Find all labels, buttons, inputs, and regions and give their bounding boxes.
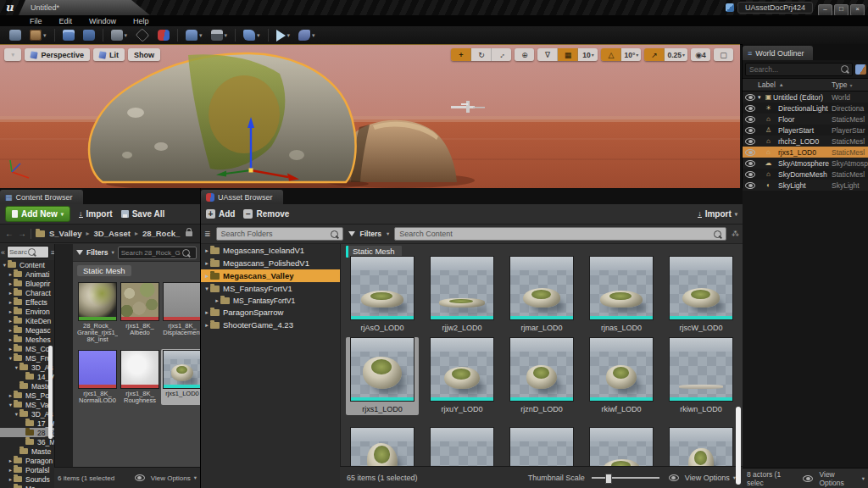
breadcrumb-item[interactable]: S_Valley xyxy=(49,229,82,238)
breadcrumb-item[interactable]: 3D_Asset xyxy=(94,229,131,238)
back-button[interactable]: ← xyxy=(5,229,14,238)
asset-card[interactable]: rjznD_LOD0 xyxy=(505,337,578,415)
assets-search-input[interactable]: Search 28_Rock_G xyxy=(118,247,197,259)
uasset-folder-item[interactable]: ▸ShooterGame_4.23 xyxy=(201,319,340,331)
toolbar-launch-button[interactable]: ▾ xyxy=(294,27,320,43)
content-tree-item[interactable]: ▸Meshes xyxy=(0,335,54,344)
maximize-button[interactable]: □ xyxy=(834,4,849,16)
sources-divider[interactable] xyxy=(54,244,75,488)
uasset-filters-button[interactable]: Filters xyxy=(360,230,382,238)
toolbar-uasset-button[interactable] xyxy=(153,27,174,43)
grid-snap-value-button[interactable]: 10▾ xyxy=(578,48,598,61)
outliner-row[interactable]: ⌂rjxs1_LOD0StaticMesl xyxy=(743,147,868,158)
outliner-row[interactable]: ◐SkyLightSkyLight xyxy=(743,180,868,191)
toolbar-content-button[interactable] xyxy=(58,27,79,43)
view-mode-button[interactable]: Lit xyxy=(93,48,125,61)
toolbar-source-control-button[interactable]: ▾ xyxy=(25,27,51,43)
content-tree-item[interactable]: ▸Portalsl xyxy=(0,465,54,474)
menu-edit[interactable]: Edit xyxy=(52,17,81,25)
uasset-folder-item[interactable]: ▸Megascans_IcelandV1 xyxy=(201,244,340,257)
breadcrumb-item[interactable]: 28_Rock_ xyxy=(142,229,180,238)
rotation-snap-toggle-button[interactable]: △ xyxy=(601,48,621,61)
close-button[interactable]: × xyxy=(850,4,865,16)
content-tree-item[interactable]: 28_R xyxy=(0,428,54,437)
save-all-button[interactable]: Save All xyxy=(121,209,165,219)
content-search-input[interactable]: Search Content xyxy=(394,227,726,241)
asset-card[interactable]: rkiwf_LOD0 xyxy=(585,337,658,415)
rotation-snap-value-button[interactable]: 10°▾ xyxy=(621,48,641,61)
menu-file[interactable]: File xyxy=(22,17,50,25)
toolbar-blueprints-button[interactable]: ▾ xyxy=(181,27,207,43)
tab-content-browser[interactable]: ▦ Content Browser xyxy=(0,190,83,204)
content-tree-item[interactable]: ▾MS_Val xyxy=(0,400,54,409)
visibility-eye-icon[interactable] xyxy=(745,171,755,178)
content-tree-item[interactable]: ▸Animati xyxy=(0,269,54,279)
uasset-folder-item[interactable]: ▸MS_FantasyFortV1 xyxy=(201,295,340,306)
tab-uasset-browser[interactable]: UAsset Browser xyxy=(201,190,283,204)
toolbar-marketplace-button[interactable] xyxy=(79,27,99,43)
uasset-remove-button[interactable]: − Remove xyxy=(243,209,289,219)
outliner-row[interactable]: ☁SkyAtmosphereSkyAtmosp xyxy=(743,158,868,169)
content-tree-item[interactable]: ▸MS_Pol xyxy=(0,391,54,400)
dependency-graph-icon[interactable]: ⁂ xyxy=(732,230,739,238)
tree-scrollbar[interactable] xyxy=(48,346,53,439)
visibility-eye-icon[interactable] xyxy=(745,160,755,167)
asset-card[interactable]: rjjw2_LOD0 xyxy=(426,256,498,332)
asset-card[interactable]: rjxs1_8K_Roughness xyxy=(119,349,161,405)
content-tree-item[interactable]: ▸KiteDen xyxy=(0,316,54,325)
menu-help[interactable]: Help xyxy=(125,17,157,25)
uasset-folder-item[interactable]: ▾MS_FantasyFortV1 xyxy=(201,282,340,295)
outliner-row[interactable]: ⌂FloorStaticMesl xyxy=(743,114,868,125)
asset-card[interactable]: rjxs1_8K_Albedo xyxy=(119,281,161,344)
asset-card[interactable]: rjxs1_8K_NormalLOD0 xyxy=(76,349,119,405)
content-tree-item[interactable]: ▾3D_As xyxy=(0,363,54,372)
viewport[interactable]: ▼ Perspective Lit Show + ↻ ↔ ⊕ ∇ ▦ xyxy=(0,44,740,189)
content-tree-item[interactable]: ▸Blueprir xyxy=(0,279,54,288)
forward-button[interactable]: → xyxy=(18,229,26,238)
visibility-eye-icon[interactable] xyxy=(745,105,755,112)
visibility-eye-icon[interactable] xyxy=(745,127,755,134)
content-tree-item[interactable]: ▸Environ xyxy=(0,307,54,316)
content-tree-item[interactable]: ▸MS_Cor xyxy=(0,344,54,353)
grid-scrollbar[interactable] xyxy=(736,407,741,485)
scale-snap-toggle-button[interactable]: ↗ xyxy=(644,48,665,61)
assets-search-mini-input[interactable]: Searc xyxy=(7,246,49,258)
asset-card[interactable]: rjnas_LOD0 xyxy=(585,256,658,332)
world-local-toggle-button[interactable]: ⊕ xyxy=(515,48,534,61)
visibility-eye-icon[interactable] xyxy=(745,116,755,123)
import-button[interactable]: ↓ Import xyxy=(79,209,113,219)
rotate-tool-button[interactable]: ↻ xyxy=(471,48,492,61)
asset-card[interactable]: rjxuY_LOD0 xyxy=(426,337,498,415)
asset-card[interactable]: rjmar_LOD0 xyxy=(505,256,578,332)
toolbar-preview-cube-button[interactable] xyxy=(131,27,153,43)
surface-snap-button[interactable]: ∇ xyxy=(537,48,558,61)
asset-card[interactable]: rjAsO_LOD0 xyxy=(346,256,419,332)
outliner-row[interactable]: ♙PlayerStartPlayerStar xyxy=(743,125,868,136)
content-tree-item[interactable]: ▸Effects xyxy=(0,297,54,307)
content-tree-item[interactable]: ▸Sounds xyxy=(0,474,54,484)
tab-world-outliner[interactable]: ≡ World Outliner xyxy=(743,46,813,60)
camera-mode-button[interactable]: Perspective xyxy=(25,48,90,61)
add-new-button[interactable]: Add New ▾ xyxy=(5,206,70,222)
thumbnail-scale-slider[interactable] xyxy=(592,477,659,479)
visibility-eye-icon[interactable] xyxy=(745,138,755,145)
outliner-column-header[interactable]: Label▲ Type▾ xyxy=(743,78,868,92)
outliner-row[interactable]: ⌂SkyDomeMeshStaticMesl xyxy=(743,169,868,180)
uasset-add-button[interactable]: + Add xyxy=(206,209,235,219)
folders-search-input[interactable]: Search Folders xyxy=(216,227,343,241)
collapse-sources-icon[interactable]: « xyxy=(1,248,5,257)
uasset-view-options-button[interactable]: View Options ▾ xyxy=(666,474,736,482)
grid-snap-toggle-button[interactable]: ▦ xyxy=(558,48,578,61)
toolbar-save-button[interactable] xyxy=(5,27,25,43)
toolbar-build-button[interactable]: ▾ xyxy=(239,27,264,43)
content-tree-item[interactable]: ▸Charact xyxy=(0,288,54,297)
document-tab[interactable]: Untitled* xyxy=(19,0,150,15)
content-tree-item[interactable]: ▾MS_Fru xyxy=(0,353,54,363)
cb-view-options-button[interactable]: View Options ▾ xyxy=(132,474,197,482)
content-tree-item[interactable]: Maste xyxy=(0,446,54,456)
asset-card[interactable]: rjxs1_LOD0 xyxy=(161,349,200,405)
outliner-view-options-button[interactable]: View Options ▾ xyxy=(800,470,865,487)
move-tool-button[interactable]: + xyxy=(451,48,471,61)
content-tree-item[interactable]: ▸Ma xyxy=(0,484,54,488)
content-tree-item[interactable]: ▸Megasc xyxy=(0,325,54,335)
